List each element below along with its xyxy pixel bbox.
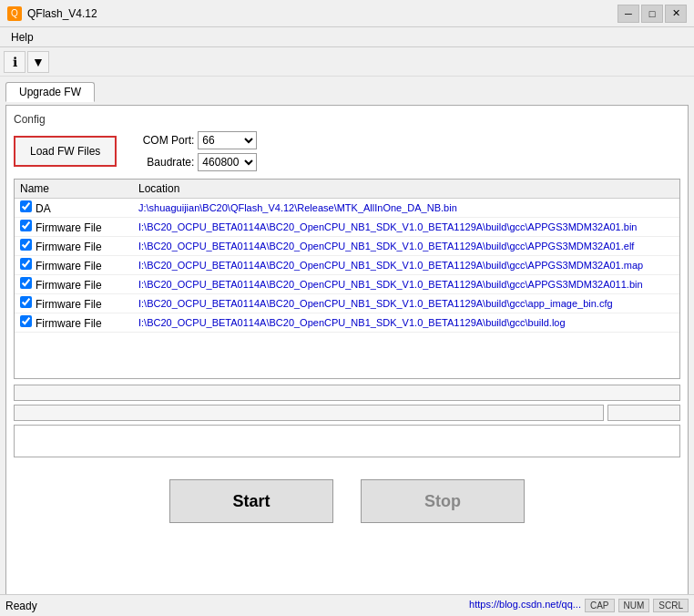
statusbar-right: https://blog.csdn.net/qq... CAP NUM SCRL bbox=[469, 599, 689, 612]
col-location: Location bbox=[133, 180, 679, 199]
dropdown-button[interactable]: ▼ bbox=[27, 51, 49, 73]
file-checkbox[interactable] bbox=[20, 200, 32, 212]
progress-small-box bbox=[607, 405, 680, 421]
file-location-cell: I:\BC20_OCPU_BETA0114A\BC20_OpenCPU_NB1_… bbox=[133, 294, 679, 313]
file-name-cell: Firmware File bbox=[15, 237, 133, 256]
com-port-select[interactable]: 66 bbox=[198, 131, 257, 149]
titlebar: Q QFlash_V4.12 ─ □ ✕ bbox=[0, 0, 694, 27]
baudrate-label: Baudrate: bbox=[135, 156, 194, 169]
dropdown-icon: ▼ bbox=[32, 55, 45, 69]
table-row: Firmware FileI:\BC20_OCPU_BETA0114A\BC20… bbox=[15, 275, 679, 294]
file-location-cell: J:\shuaguijian\BC20\QFlash_V4.12\Release… bbox=[133, 199, 679, 218]
file-location-cell: I:\BC20_OCPU_BETA0114A\BC20_OpenCPU_NB1_… bbox=[133, 218, 679, 237]
minimize-button[interactable]: ─ bbox=[617, 5, 639, 23]
file-location-cell: I:\BC20_OCPU_BETA0114A\BC20_OpenCPU_NB1_… bbox=[133, 256, 679, 275]
progress-bar-outer bbox=[14, 385, 680, 401]
progress-text-row bbox=[14, 405, 680, 421]
progress-text-box bbox=[14, 405, 604, 421]
file-location-cell: I:\BC20_OCPU_BETA0114A\BC20_OpenCPU_NB1_… bbox=[133, 275, 679, 294]
table-row: Firmware FileI:\BC20_OCPU_BETA0114A\BC20… bbox=[15, 256, 679, 275]
tab-bar: Upgrade FW bbox=[5, 82, 689, 101]
toolbar: ℹ ▼ bbox=[0, 47, 694, 77]
col-name: Name bbox=[15, 180, 133, 199]
port-config-section: COM Port: 66 Baudrate: 460800 bbox=[135, 131, 257, 171]
com-port-label: COM Port: bbox=[135, 134, 194, 147]
window-title: QFlash_V4.12 bbox=[27, 7, 617, 20]
load-fw-button[interactable]: Load FW Files bbox=[14, 136, 117, 167]
maximize-button[interactable]: □ bbox=[641, 5, 663, 23]
file-checkbox[interactable] bbox=[20, 296, 32, 308]
num-indicator: NUM bbox=[618, 599, 650, 612]
table-row: Firmware FileI:\BC20_OCPU_BETA0114A\BC20… bbox=[15, 294, 679, 313]
tab-upgrade-fw[interactable]: Upgrade FW bbox=[5, 82, 95, 102]
info-icon: ℹ bbox=[13, 55, 17, 69]
main-panel: Config Load FW Files COM Port: 66 Baudra… bbox=[5, 105, 689, 611]
file-table: Name Location DAJ:\shuaguijian\BC20\QFla… bbox=[15, 180, 679, 333]
baudrate-row: Baudrate: 460800 bbox=[135, 153, 257, 171]
file-checkbox[interactable] bbox=[20, 277, 32, 289]
progress-area bbox=[14, 385, 680, 421]
config-label: Config bbox=[14, 113, 680, 126]
file-checkbox[interactable] bbox=[20, 220, 32, 231]
file-name-cell: DA bbox=[15, 199, 133, 218]
file-name-cell: Firmware File bbox=[15, 218, 133, 237]
stop-button[interactable]: Stop bbox=[361, 479, 525, 523]
main-area: Upgrade FW Config Load FW Files COM Port… bbox=[0, 77, 694, 616]
scrl-indicator: SCRL bbox=[653, 599, 689, 612]
status-text: Ready bbox=[5, 600, 469, 612]
file-location-cell: I:\BC20_OCPU_BETA0114A\BC20_OpenCPU_NB1_… bbox=[133, 237, 679, 256]
statusbar-link[interactable]: https://blog.csdn.net/qq... bbox=[469, 599, 581, 612]
file-checkbox[interactable] bbox=[20, 315, 32, 327]
file-checkbox[interactable] bbox=[20, 239, 32, 251]
start-button[interactable]: Start bbox=[169, 479, 333, 523]
file-location-cell: I:\BC20_OCPU_BETA0114A\BC20_OpenCPU_NB1_… bbox=[133, 313, 679, 333]
table-row: Firmware FileI:\BC20_OCPU_BETA0114A\BC20… bbox=[15, 313, 679, 333]
app-icon: Q bbox=[7, 6, 22, 21]
menubar-item-help[interactable]: Help bbox=[4, 29, 41, 46]
action-buttons: Start Stop bbox=[14, 472, 680, 530]
cap-indicator: CAP bbox=[585, 599, 615, 612]
com-port-row: COM Port: 66 bbox=[135, 131, 257, 149]
window-controls: ─ □ ✕ bbox=[617, 5, 687, 23]
baudrate-select[interactable]: 460800 bbox=[198, 153, 257, 171]
file-checkbox[interactable] bbox=[20, 258, 32, 270]
file-name-cell: Firmware File bbox=[15, 313, 133, 333]
menubar: Help bbox=[0, 27, 694, 47]
file-name-cell: Firmware File bbox=[15, 275, 133, 294]
config-section: Load FW Files COM Port: 66 Baudrate: 460… bbox=[14, 131, 680, 171]
table-row: Firmware FileI:\BC20_OCPU_BETA0114A\BC20… bbox=[15, 218, 679, 237]
file-name-cell: Firmware File bbox=[15, 256, 133, 275]
table-row: DAJ:\shuaguijian\BC20\QFlash_V4.12\Relea… bbox=[15, 199, 679, 218]
statusbar: Ready https://blog.csdn.net/qq... CAP NU… bbox=[0, 594, 694, 616]
info-icon-button[interactable]: ℹ bbox=[4, 51, 26, 73]
close-button[interactable]: ✕ bbox=[665, 5, 687, 23]
file-table-wrapper: Name Location DAJ:\shuaguijian\BC20\QFla… bbox=[14, 179, 680, 379]
log-area[interactable] bbox=[14, 425, 680, 457]
file-name-cell: Firmware File bbox=[15, 294, 133, 313]
load-fw-section: Load FW Files bbox=[14, 131, 117, 171]
table-row: Firmware FileI:\BC20_OCPU_BETA0114A\BC20… bbox=[15, 237, 679, 256]
